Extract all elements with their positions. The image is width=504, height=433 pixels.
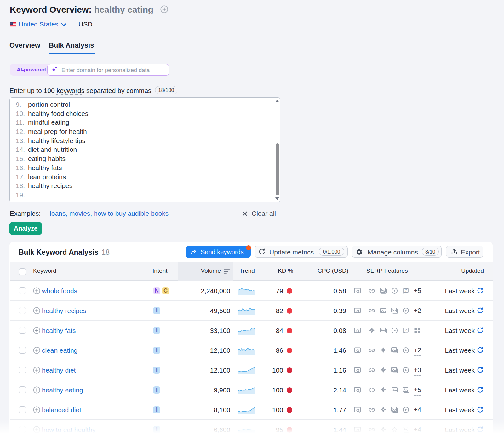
svg-text:?: ?: [405, 288, 407, 292]
svg-text:?: ?: [405, 328, 407, 332]
